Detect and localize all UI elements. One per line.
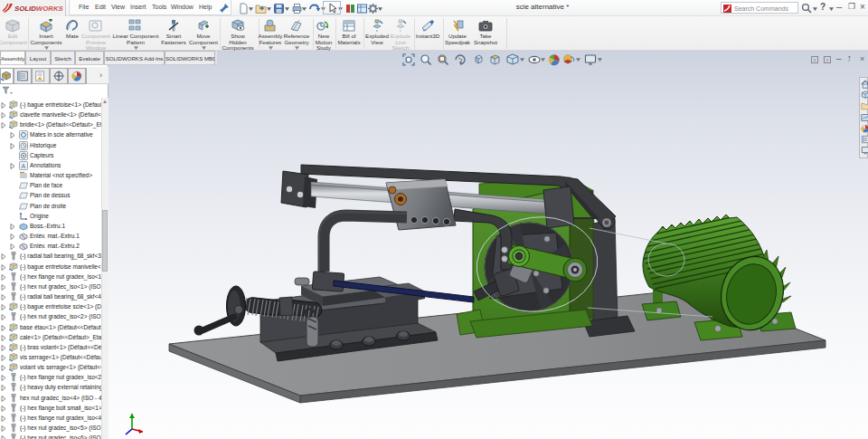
- svg-text:A: A: [22, 162, 26, 168]
- svg-text:SOLIDWORKS: SOLIDWORKS: [14, 5, 64, 13]
